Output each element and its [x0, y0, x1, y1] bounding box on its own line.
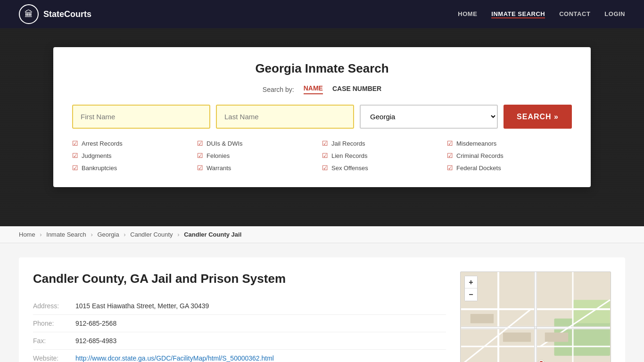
- feature-label: DUIs & DWIs: [206, 140, 243, 147]
- check-icon: ☑: [197, 152, 203, 159]
- check-icon: ☑: [72, 152, 78, 159]
- breadcrumb-sep-2: ›: [91, 231, 92, 238]
- logo[interactable]: 🏛 StateCourts: [19, 4, 91, 24]
- feature-label: Lien Records: [331, 152, 368, 159]
- breadcrumb-sep-4: ›: [177, 231, 179, 238]
- check-icon: ☑: [447, 152, 453, 159]
- feature-label: Sex Offenses: [331, 165, 368, 172]
- breadcrumb-current: Candler County Jail: [184, 231, 241, 238]
- phone-label: Phone:: [33, 315, 75, 332]
- search-card-title: Georgia Inmate Search: [72, 61, 572, 76]
- check-icon: ☑: [322, 152, 328, 159]
- feature-label: Federal Dockets: [456, 165, 501, 172]
- check-icon: ☑: [447, 140, 453, 147]
- svg-rect-15: [471, 314, 494, 323]
- website-link[interactable]: http://www.dcor.state.ga.us/GDC/Facility…: [75, 354, 274, 362]
- logo-icon: 🏛: [19, 4, 39, 24]
- search-by-label: Search by:: [263, 86, 294, 93]
- check-icon: ☑: [72, 140, 78, 147]
- last-name-input[interactable]: [216, 105, 354, 129]
- nav-inmate-search[interactable]: INMATE SEARCH: [491, 10, 545, 18]
- check-icon: ☑: [322, 140, 328, 147]
- hero-section: COURTHOUSE Georgia Inmate Search Search …: [0, 28, 644, 226]
- check-icon: ☑: [197, 140, 203, 147]
- search-button[interactable]: SEARCH »: [504, 105, 572, 129]
- nav-home[interactable]: HOME: [458, 10, 477, 18]
- breadcrumb-georgia[interactable]: Georgia: [97, 231, 119, 238]
- feature-sex-offenses: ☑ Sex Offenses: [322, 163, 447, 173]
- website-value: http://www.dcor.state.ga.us/GDC/Facility…: [75, 350, 446, 362]
- address-label: Address:: [33, 297, 75, 315]
- feature-federal-dockets: ☑ Federal Dockets: [447, 163, 572, 173]
- feature-label: Bankruptcies: [82, 165, 117, 172]
- feature-label: Arrest Records: [82, 140, 123, 147]
- website-row: Website: http://www.dcor.state.ga.us/GDC…: [33, 350, 446, 362]
- phone-row: Phone: 912-685-2568: [33, 315, 446, 332]
- map-container: + − Metter: [460, 272, 611, 362]
- header: 🏛 StateCourts HOME INMATE SEARCH CONTACT…: [0, 0, 644, 28]
- search-fields: Georgia SEARCH »: [72, 105, 572, 129]
- breadcrumb-home[interactable]: Home: [19, 231, 35, 238]
- breadcrumb: Home › Inmate Search › Georgia › Candler…: [0, 226, 644, 243]
- svg-rect-17: [545, 332, 568, 342]
- feature-misdemeanors: ☑ Misdemeanors: [447, 138, 572, 148]
- breadcrumb-inmate-search[interactable]: Inmate Search: [46, 231, 86, 238]
- facility-info: Candler County, GA Jail and Prison Syste…: [33, 272, 446, 362]
- map-zoom-out[interactable]: −: [465, 288, 477, 301]
- check-icon: ☑: [197, 164, 203, 172]
- content-card: Candler County, GA Jail and Prison Syste…: [19, 257, 625, 362]
- fax-row: Fax: 912-685-4983: [33, 332, 446, 350]
- search-by-row: Search by: NAME CASE NUMBER: [72, 84, 572, 94]
- feature-duis: ☑ DUIs & DWIs: [197, 138, 322, 148]
- svg-rect-16: [503, 332, 531, 342]
- nav-login[interactable]: LOGIN: [604, 10, 625, 18]
- feature-label: Felonies: [206, 152, 230, 159]
- address-row: Address: 1015 East Hiawatha Street, Mett…: [33, 297, 446, 315]
- feature-label: Misdemeanors: [456, 140, 496, 147]
- tab-name[interactable]: NAME: [304, 84, 323, 94]
- feature-lien-records: ☑ Lien Records: [322, 150, 447, 161]
- fax-label: Fax:: [33, 332, 75, 350]
- breadcrumb-candler-county[interactable]: Candler County: [130, 231, 173, 238]
- phone-value: 912-685-2568: [75, 315, 446, 332]
- feature-felonies: ☑ Felonies: [197, 150, 322, 161]
- breadcrumb-sep-3: ›: [124, 231, 125, 238]
- feature-label: Judgments: [82, 152, 112, 159]
- map-controls: + −: [464, 276, 478, 301]
- first-name-input[interactable]: [72, 105, 210, 129]
- feature-warrants: ☑ Warrants: [197, 163, 322, 173]
- check-icon: ☑: [447, 164, 453, 172]
- features-grid: ☑ Arrest Records ☑ DUIs & DWIs ☑ Jail Re…: [72, 138, 572, 173]
- map-svg: [461, 272, 611, 362]
- search-card: Georgia Inmate Search Search by: NAME CA…: [53, 47, 591, 187]
- feature-label: Warrants: [206, 165, 231, 172]
- main-content: Candler County, GA Jail and Prison Syste…: [0, 243, 644, 362]
- state-select[interactable]: Georgia: [360, 105, 498, 129]
- breadcrumb-sep-1: ›: [40, 231, 41, 238]
- feature-bankruptcies: ☑ Bankruptcies: [72, 163, 197, 173]
- feature-jail-records: ☑ Jail Records: [322, 138, 447, 148]
- tab-case-number[interactable]: CASE NUMBER: [332, 85, 381, 94]
- nav-contact[interactable]: CONTACT: [559, 10, 590, 18]
- feature-label: Criminal Records: [456, 152, 504, 159]
- feature-label: Jail Records: [331, 140, 365, 147]
- check-icon: ☑: [72, 164, 78, 172]
- feature-arrest-records: ☑ Arrest Records: [72, 138, 197, 148]
- website-label: Website:: [33, 350, 75, 362]
- facility-title: Candler County, GA Jail and Prison Syste…: [33, 272, 446, 286]
- address-value: 1015 East Hiawatha Street, Metter, GA 30…: [75, 297, 446, 315]
- feature-criminal-records: ☑ Criminal Records: [447, 150, 572, 161]
- map-zoom-in[interactable]: +: [465, 276, 477, 288]
- info-table: Address: 1015 East Hiawatha Street, Mett…: [33, 297, 446, 362]
- logo-text: StateCourts: [43, 9, 91, 19]
- feature-judgments: ☑ Judgments: [72, 150, 197, 161]
- check-icon: ☑: [322, 164, 328, 172]
- fax-value: 912-685-4983: [75, 332, 446, 350]
- nav: HOME INMATE SEARCH CONTACT LOGIN: [458, 10, 625, 18]
